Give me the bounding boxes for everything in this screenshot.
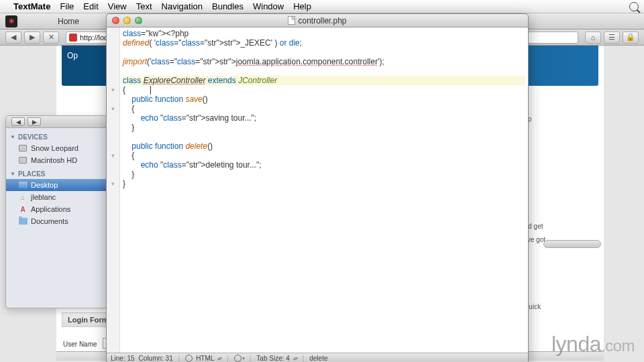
editor-titlebar[interactable]: controller.php	[107, 14, 528, 27]
textmate-window: controller.php ▾▾▾▾ class="kw"><?phpdefi…	[106, 13, 529, 362]
mac-menubar: TextMate File Edit View Text Navigation …	[0, 0, 644, 13]
place-2-label: Applications	[31, 205, 70, 213]
finder-back-button[interactable]: ◀	[11, 117, 25, 126]
editor-statusbar: Line: 15 Column: 31 | HTML ▴▾ | ▾ | Tab …	[107, 353, 528, 362]
finder-sidebar: ▼DEVICES Snow Leopard Macintosh HD ▼PLAC…	[6, 128, 107, 231]
menu-window[interactable]: Window	[253, 1, 284, 11]
back-button[interactable]: ◀	[5, 32, 21, 44]
device-1-label: Macintosh HD	[31, 156, 77, 164]
menubar-right	[629, 2, 639, 11]
window-title: controller.php	[107, 16, 528, 25]
reload-button[interactable]: ✕	[43, 32, 59, 44]
home-button[interactable]: ⌂	[585, 32, 601, 44]
lynda-badge-icon: ✱	[5, 15, 17, 27]
device-0-label: Snow Leopard	[31, 144, 78, 152]
folder-icon	[18, 217, 28, 226]
document-icon	[288, 16, 295, 25]
sidebar-item-macintosh-hd[interactable]: Macintosh HD	[6, 154, 107, 166]
sidebar-item-desktop[interactable]: Desktop	[6, 179, 107, 191]
browser-tab-home[interactable]: Home	[58, 17, 79, 26]
place-1-label: jleblanc	[31, 193, 56, 201]
status-gear[interactable]: ▾	[234, 355, 244, 362]
menu-bundles[interactable]: Bundles	[212, 1, 244, 11]
feed-button[interactable]: ☰	[604, 32, 620, 44]
sidebar-item-applications[interactable]: AApplications	[6, 203, 107, 215]
place-0-label: Desktop	[31, 181, 58, 189]
finder-toolbar: ◀ ▶	[6, 116, 107, 128]
app-menu[interactable]: TextMate	[13, 1, 50, 11]
desktop-icon	[18, 180, 28, 190]
watermark-tld: .com	[601, 337, 635, 355]
status-symbol[interactable]: delete	[309, 355, 327, 362]
menu-help[interactable]: Help	[293, 1, 311, 11]
finder-forward-button[interactable]: ▶	[28, 117, 41, 126]
editor-body: ▾▾▾▾ class="kw"><?phpdefined( 'class="cl…	[107, 27, 528, 353]
devices-section[interactable]: ▼DEVICES	[6, 132, 107, 142]
gear-icon	[234, 355, 241, 362]
menu-file[interactable]: File	[60, 1, 74, 11]
places-label: PLACES	[18, 170, 46, 178]
menu-view[interactable]: View	[108, 1, 127, 11]
menu-edit[interactable]: Edit	[83, 1, 98, 11]
menu-text[interactable]: Text	[136, 1, 152, 11]
editor-gutter[interactable]: ▾▾▾▾	[107, 27, 120, 353]
lynda-watermark: lynda.com	[551, 332, 635, 357]
home-icon: ⌂	[18, 192, 28, 202]
sidebar-item-jleblanc[interactable]: ⌂jleblanc	[6, 191, 107, 203]
status-language[interactable]: HTML ▴▾	[185, 355, 221, 362]
watermark-brand: lynda	[551, 332, 601, 356]
finder-window: ◀ ▶ ▼DEVICES Snow Leopard Macintosh HD ▼…	[5, 115, 107, 308]
forward-button[interactable]: ▶	[24, 32, 40, 44]
drive-icon	[18, 143, 28, 153]
banner-text: Op	[67, 51, 78, 60]
spotlight-icon[interactable]	[629, 2, 639, 11]
places-section[interactable]: ▼PLACES	[6, 169, 107, 179]
status-line[interactable]: Line: 15	[111, 355, 135, 362]
status-column[interactable]: Column: 31	[139, 355, 173, 362]
code-editor[interactable]: class="kw"><?phpdefined( 'class="class="…	[120, 27, 528, 353]
favicon-icon	[69, 34, 77, 42]
minimize-button[interactable]	[123, 17, 131, 24]
devices-label: DEVICES	[18, 133, 48, 141]
title-text: controller.php	[298, 16, 346, 25]
username-label: User Name	[63, 341, 97, 348]
applications-icon: A	[18, 204, 28, 214]
sidebar-item-documents[interactable]: Documents	[6, 215, 107, 227]
menu-navigation[interactable]: Navigation	[162, 1, 203, 11]
scrollbar-horizontal[interactable]	[543, 240, 601, 248]
sidebar-item-snow-leopard[interactable]: Snow Leopard	[6, 142, 107, 154]
gear-icon	[185, 355, 193, 362]
close-button[interactable]	[112, 17, 119, 24]
window-controls	[112, 17, 142, 24]
lock-button[interactable]: 🔒	[623, 32, 639, 44]
zoom-button[interactable]	[135, 17, 142, 24]
place-3-label: Documents	[31, 217, 68, 225]
drive-icon	[18, 156, 28, 165]
status-tabsize[interactable]: Tab Size: 4 ▴▾	[256, 355, 297, 362]
